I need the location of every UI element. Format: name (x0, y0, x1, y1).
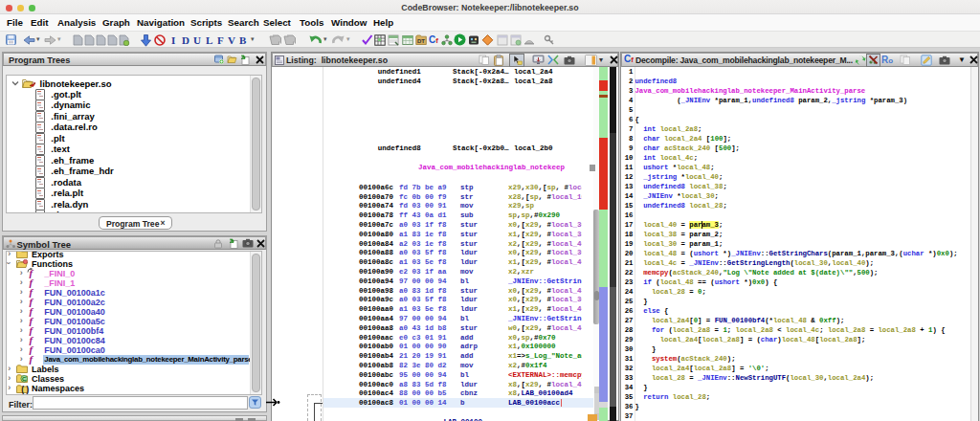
svg-text:C: C (22, 376, 27, 382)
svg-text:( ): ( ) (21, 385, 29, 394)
svg-text:DT: DT (417, 38, 425, 44)
